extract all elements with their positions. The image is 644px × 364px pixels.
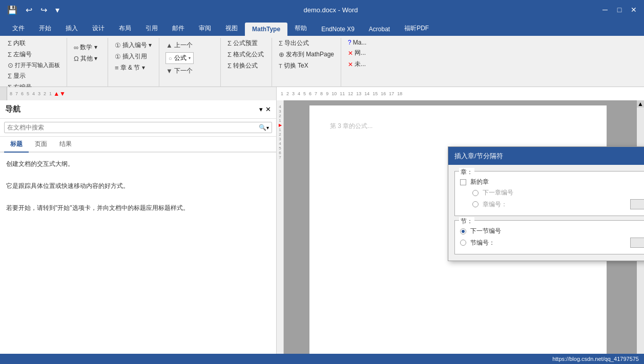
tab-design[interactable]: 设计: [85, 21, 112, 36]
dialog-body: 章： 新的章 下一章编号: [448, 165, 644, 261]
vertical-ruler: 4321▶1234567: [277, 100, 284, 364]
nav-panel: 导航 ▾ ✕ 🔍 ▾ 标题 页面 结果 创建文档的交互式大纲。: [0, 100, 277, 364]
nav-intro2: 它是跟踪具体位置或快速移动内容的好方式。: [6, 181, 270, 192]
tab-endnote[interactable]: EndNote X9: [314, 23, 362, 36]
doc-area: 第 3 章的公式... 插入章/节分隔符 ✕: [284, 100, 644, 364]
maximize-button[interactable]: □: [614, 6, 625, 14]
ruler-area: 87654321 ▲▼ 123456789101112131415161718: [0, 87, 644, 100]
btn-insert-num[interactable]: ① 插入编号 ▾: [112, 40, 154, 51]
nav-close-btn[interactable]: ✕: [265, 105, 271, 113]
nav-search-input[interactable]: [7, 124, 259, 131]
section-group-label: 节：: [459, 217, 474, 226]
btn-other-symbol[interactable]: Ω 其他 ▾: [71, 53, 100, 64]
btn-formula-preset[interactable]: Σ 公式预置: [225, 38, 266, 49]
nav-header: 导航 ▾ ✕: [0, 100, 276, 119]
window-title: demo.docx - Word: [66, 6, 596, 14]
new-chapter-checkbox[interactable]: [460, 179, 466, 185]
formula-dropdown[interactable]: ○ 公式 ▾: [165, 52, 194, 64]
ribbon-tabs: 文件 开始 插入 设计 布局 引用 邮件 审阅 视图 MathType 帮助 E…: [0, 19, 644, 36]
nav-search-box: 🔍 ▾: [4, 122, 272, 133]
nav-intro3: 若要开始，请转到"开始"选项卡，并向文档中的标题应用标题样式。: [6, 203, 270, 214]
tab-review[interactable]: 审阅: [192, 21, 218, 36]
btn-chapter-section[interactable]: ≡ 章 & 节 ▾: [112, 62, 154, 73]
btn-math-symbol[interactable]: ∞ 数学 ▾: [71, 42, 100, 53]
chapter-num-input[interactable]: [630, 199, 644, 209]
tab-insert[interactable]: 插入: [58, 21, 85, 36]
tab-file[interactable]: 文件: [5, 21, 32, 36]
nav-title: 导航: [5, 104, 20, 114]
nav-search-row: 🔍 ▾: [0, 119, 276, 137]
tab-help[interactable]: 帮助: [287, 21, 314, 36]
app-name: Word: [342, 6, 358, 14]
btn-prev[interactable]: ▲ 上一个: [163, 40, 196, 51]
tab-mathtype[interactable]: MathType: [245, 23, 287, 36]
section-num-row: 节编号：: [460, 238, 644, 248]
minimize-button[interactable]: ─: [600, 6, 610, 14]
tab-foxit[interactable]: 福昕PDF: [397, 21, 436, 36]
title-bar: 💾 ↩ ↪ ▾ demo.docx - Word ─ □ ✕: [0, 0, 644, 19]
undo-button[interactable]: ↩: [24, 4, 34, 16]
new-chapter-row: 新的章: [460, 178, 644, 186]
btn-switch-tex[interactable]: T 切换 TeX: [276, 60, 337, 71]
tab-acrobat[interactable]: Acrobat: [362, 23, 397, 36]
tab-ref[interactable]: 引用: [138, 21, 165, 36]
dialog-overlay: 插入章/节分隔符 ✕ 章： 新的章: [284, 100, 644, 364]
btn-ma1[interactable]: ? Ma...: [345, 38, 369, 47]
chapter-group-label: 章：: [459, 168, 474, 177]
section-num-label: 节编号：: [470, 239, 495, 247]
next-chapter-num-row: 下一章编号: [460, 188, 644, 197]
section-num-input[interactable]: [630, 238, 644, 248]
chapter-num-row: 章编号：: [460, 199, 644, 209]
chapter-num-radio[interactable]: [472, 201, 479, 207]
btn-next[interactable]: ▼ 下一个: [163, 66, 196, 76]
save-button[interactable]: 💾: [5, 4, 19, 16]
nav-tab-page[interactable]: 页面: [29, 137, 53, 153]
main-area: 导航 ▾ ✕ 🔍 ▾ 标题 页面 结果 创建文档的交互式大纲。: [0, 100, 644, 364]
tab-home[interactable]: 开始: [32, 21, 58, 36]
redo-button[interactable]: ↪: [38, 4, 49, 16]
next-chapter-label: 下一章编号: [483, 188, 513, 197]
ruler-main: 123456789101112131415161718: [277, 87, 644, 100]
nav-content: 创建文档的交互式大纲。 它是跟踪具体位置或快速移动内容的好方式。 若要开始，请转…: [0, 153, 276, 354]
next-section-radio[interactable]: [460, 228, 466, 234]
btn-publish-mathpage[interactable]: ⊕ 发布到 MathPage: [276, 49, 337, 60]
section-num-radio[interactable]: [460, 240, 466, 246]
tab-view[interactable]: 视图: [218, 21, 245, 36]
dialog-title: 插入章/节分隔符: [454, 152, 503, 161]
next-section-num-row: 下一节编号: [460, 227, 644, 235]
btn-insert-ref[interactable]: ① 插入引用: [112, 51, 154, 62]
next-chapter-radio[interactable]: [472, 190, 479, 196]
dialog-insert-chapter: 插入章/节分隔符 ✕ 章： 新的章: [448, 146, 644, 261]
btn-handwrite[interactable]: ⊙ 打开手写输入面板: [5, 60, 63, 70]
chapter-group: 章： 新的章 下一章编号: [454, 171, 644, 216]
tab-layout[interactable]: 布局: [112, 21, 138, 36]
close-button[interactable]: ✕: [629, 6, 639, 14]
filename: demo.docx: [303, 6, 336, 14]
dialog-left: 章： 新的章 下一章编号: [454, 171, 644, 254]
btn-export-formula[interactable]: Σ 导出公式: [276, 38, 337, 49]
nav-controls: ▾ ✕: [259, 105, 271, 113]
new-chapter-label: 新的章: [470, 178, 489, 186]
btn-ma3[interactable]: ✕ 未...: [345, 59, 369, 70]
section-group: 节： 下一节编号 节编号：: [454, 220, 644, 254]
nav-tab-title[interactable]: 标题: [4, 137, 29, 153]
search-icon[interactable]: 🔍: [259, 124, 266, 131]
btn-display[interactable]: Σ 显示: [5, 71, 63, 81]
btn-left-num[interactable]: Σ 左编号: [5, 49, 63, 60]
ruler-side: 87654321 ▲▼: [0, 87, 277, 100]
btn-convert-formula[interactable]: Σ 转换公式: [225, 60, 266, 71]
btn-format-formula[interactable]: Σ 格式化公式: [225, 49, 266, 60]
ribbon-body: Σ 内联 Σ 左编号 ⊙ 打开手写输入面板 Σ 显示 Σ 右编号 插入公式 ∞ …: [0, 36, 644, 87]
next-section-label: 下一节编号: [470, 227, 501, 235]
chapter-num-label: 章编号：: [483, 200, 507, 209]
customize-button[interactable]: ▾: [53, 4, 61, 16]
separator: -: [338, 6, 340, 14]
btn-inline[interactable]: Σ 内联: [5, 38, 63, 49]
btn-ma2[interactable]: ✕ 网...: [345, 48, 369, 58]
nav-dropdown-btn[interactable]: ▾: [259, 105, 263, 113]
nav-tab-result[interactable]: 结果: [53, 137, 78, 153]
tab-mail[interactable]: 邮件: [165, 21, 192, 36]
search-dropdown-icon[interactable]: ▾: [266, 125, 269, 131]
dialog-title-bar: 插入章/节分隔符 ✕: [448, 147, 644, 165]
nav-tabs: 标题 页面 结果: [0, 137, 276, 153]
